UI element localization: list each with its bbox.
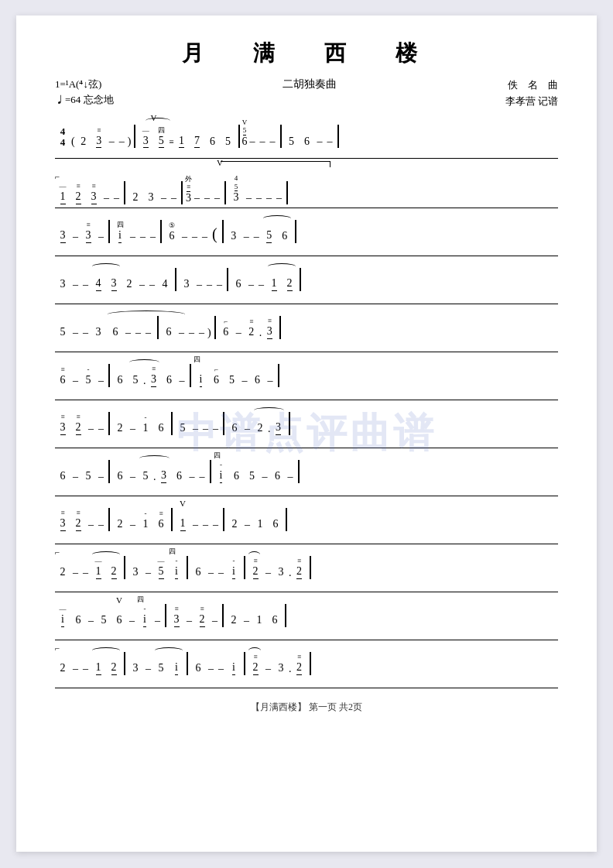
time-signature: 4 4 bbox=[57, 126, 69, 149]
note-1-3: — 3 bbox=[139, 127, 152, 149]
staff-row-7: ≡ 3 ≡ 2 –– 2 – - 1 bbox=[55, 403, 558, 446]
note-1-8: 5 bbox=[222, 128, 235, 149]
footer-text: 【月满西楼】 第一页 共2页 bbox=[55, 701, 558, 714]
note-1-10: 6 bbox=[301, 128, 313, 149]
composer-line2: 李孝营 记谱 bbox=[505, 94, 558, 110]
staff-row-3: 3 – ≡ 3 – 四 i ––– ⑤ 6 bbox=[55, 211, 558, 254]
staff-row-4: 3 –– 4 3 2 bbox=[55, 259, 558, 302]
staff-container: 4 4 ( 2 ≡ 3 – – ) bbox=[55, 113, 558, 689]
staff-row-5: 5 –– 3 6 ––– bbox=[55, 307, 558, 350]
staff-row-8: 6 – 5 – 6 – bbox=[55, 451, 558, 494]
header-row: 1=¹A(⁴↓弦) ♩=64 忘念地 二胡独奏曲 佚 名 曲 李孝营 记谱 bbox=[55, 77, 558, 110]
staff-row-6: ≡ 6 – - 5 – 6 bbox=[55, 355, 558, 398]
staff-row-1: 4 4 ( 2 ≡ 3 – – ) bbox=[55, 113, 558, 156]
sheet-music-page: 中谱点评曲谱 月 满 西 楼 1=¹A(⁴↓弦) ♩=64 忘念地 二胡独奏曲 … bbox=[16, 15, 597, 852]
note-1-5: 1 bbox=[176, 127, 188, 149]
staff-row-12: ⌐ 2 –– 1 2 bbox=[55, 643, 558, 686]
header-left: 1=¹A(⁴↓弦) ♩=64 忘念地 bbox=[55, 77, 114, 107]
note-1-7: 6 bbox=[207, 128, 219, 149]
key-signature: 1=¹A(⁴↓弦) bbox=[55, 77, 114, 91]
note-1-1: 2 bbox=[77, 128, 90, 149]
tempo-marking: ♩=64 忘念地 bbox=[55, 93, 114, 107]
staff-row-10: ⌐ 2 –– — 1 2 bbox=[55, 547, 558, 590]
composer-line1: 佚 名 曲 bbox=[505, 77, 558, 94]
staff-row-9: ≡ 3 ≡ 2 –– 2 – - 1 bbox=[55, 499, 558, 542]
note-1-9: 5 bbox=[286, 128, 298, 149]
note-1-4: 四 5 bbox=[155, 127, 167, 149]
page-title: 月 满 西 楼 bbox=[55, 39, 558, 68]
staff-row-2: ⌐ — 1 ≡ 2 ≡ 3 –– bbox=[55, 161, 558, 207]
note-1-2: ≡ 3 bbox=[93, 127, 105, 149]
subtitle: 二胡独奏曲 bbox=[283, 77, 337, 91]
staff-row-11: — i 6 – 5 V 6 bbox=[55, 595, 558, 638]
note-1-6: 7 bbox=[191, 127, 204, 149]
composer-info: 佚 名 曲 李孝营 记谱 bbox=[505, 77, 558, 110]
